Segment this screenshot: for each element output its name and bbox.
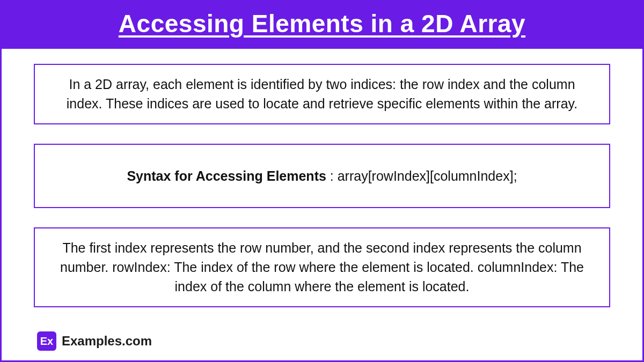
detail-text: The first index represents the row numbe…: [60, 240, 584, 294]
footer-brand: Ex Examples.com: [37, 331, 152, 351]
detail-box: The first index represents the row numbe…: [34, 227, 610, 307]
content-area: In a 2D array, each element is identifie…: [2, 49, 642, 360]
brand-name: Examples.com: [62, 334, 152, 349]
syntax-box: Syntax for Accessing Elements : array[ro…: [34, 144, 610, 208]
syntax-code: : array[rowIndex][columnIndex];: [326, 168, 517, 183]
logo-icon: Ex: [37, 331, 56, 351]
syntax-label: Syntax for Accessing Elements: [127, 168, 326, 183]
intro-box: In a 2D array, each element is identifie…: [34, 64, 610, 124]
main-container: Accessing Elements in a 2D Array In a 2D…: [0, 0, 644, 362]
intro-text: In a 2D array, each element is identifie…: [67, 77, 577, 111]
logo-text: Ex: [40, 335, 53, 348]
header: Accessing Elements in a 2D Array: [2, 2, 642, 49]
page-title: Accessing Elements in a 2D Array: [7, 9, 637, 38]
